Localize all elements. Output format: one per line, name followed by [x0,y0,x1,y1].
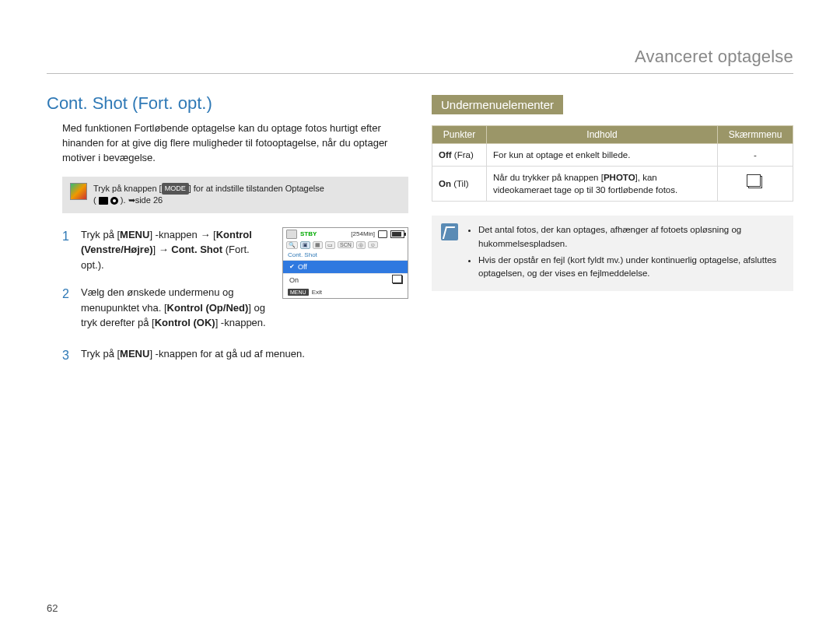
tip-item: Det antal fotos, der kan optages, afhæng… [478,223,784,251]
step-text: Tryk på [MENU] -knappen for at gå ud af … [81,346,305,365]
stby-label: STBY [300,230,317,237]
arrow-right-icon: → [200,229,210,240]
step-1: 1 Tryk på [MENU] -knappen → [Kontrol (Ve… [62,227,268,273]
step-number: 3 [62,346,73,365]
burst-icon [393,275,403,284]
th-content: Indhold [487,126,718,144]
tip-icon [441,223,458,240]
battery-icon [390,230,404,238]
cell-screen [718,167,793,202]
cell-screen: - [718,144,793,167]
page-number: 62 [47,602,58,614]
menu-chip: MENU [288,289,309,296]
screen-menu-row-off: ✔ Off [283,260,408,273]
table-row: Off (Fra) For kun at optage et enkelt bi… [432,144,793,167]
time-remaining: [254Min] [351,230,375,237]
cell-point: Off (Fra) [432,144,487,167]
tip-item: Hvis der opstår en fejl (kort fyldt mv.)… [478,254,784,281]
arrow-right-icon: → [159,244,169,255]
section-intro: Med funktionen Fortløbende optagelse kan… [62,121,408,166]
manual-page: Avanceret optagelse Cont. Shot (Fort. op… [0,0,840,642]
step-2: 2 Vælg den ønskede undermenu og menupunk… [62,285,268,331]
note-text: Tryk på knappen [MODE] for at indstille … [93,183,324,207]
check-icon: ✔ [289,263,295,270]
section-title: Cont. Shot (Fort. opt.) [47,93,408,114]
face-icon: ☺ [368,241,378,248]
left-column: Cont. Shot (Fort. opt.) Med funktionen F… [47,93,408,377]
res-icon: ▣ [300,241,310,249]
table-row: On (Til) Når du trykker på knappen [PHOT… [432,167,793,202]
video-mode-icon [99,197,108,205]
cell-content: For kun at optage et enkelt billede. [487,144,718,167]
step-number: 1 [62,227,73,273]
tip-box: Det antal fotos, der kan optages, afhæng… [432,216,793,291]
cell-content: Når du trykker på knappen [PHOTO], kan v… [487,167,718,202]
step-text: Vælg den ønskede undermenu og menupunkte… [81,285,268,331]
screen-icon-row: 🔍 ▣ ▦ ▭ SCN ◎ ☺ [283,240,408,250]
tip-list: Det antal fotos, der kan optages, afhæng… [466,223,784,283]
step-text: Tryk på [MENU] -knappen → [Kontrol (Vens… [81,227,268,273]
instruction-steps-continued: 3 Tryk på [MENU] -knappen for at gå ud a… [47,346,408,365]
mode-chip: MODE [162,183,189,195]
wb-icon: ◎ [356,241,366,249]
page-header: Avanceret optagelse [47,47,793,74]
header-title: Avanceret optagelse [635,47,793,66]
screen-menu-title: Cont. Shot [283,250,408,260]
mode-icon: ▭ [325,241,335,249]
th-points: Punkter [432,126,487,144]
scn-icon: SCN [338,241,354,248]
instruction-steps: 1 Tryk på [MENU] -knappen → [Kontrol (Ve… [47,227,268,331]
two-column-layout: Cont. Shot (Fort. opt.) Med funktionen F… [47,93,793,377]
camera-screen-preview: STBY [254Min] 🔍 ▣ ▦ ▭ SCN [282,227,408,299]
submenu-table: Punkter Indhold Skærmmenu Off (Fra) For … [432,125,793,202]
page-ref-arrow-icon: ➥ [128,195,135,206]
right-column: Undermenuelementer Punkter Indhold Skærm… [432,93,793,377]
submenu-title: Undermenuelementer [432,95,563,114]
mode-note: Tryk på knappen [MODE] for at indstille … [62,177,408,213]
screen-top-bar: STBY [254Min] [283,228,408,240]
step-number: 2 [62,285,73,331]
card-icon [378,230,387,238]
note-icon [70,183,87,200]
qual-icon: ▦ [313,241,323,249]
photo-mode-icon [110,197,118,205]
step-3: 3 Tryk på [MENU] -knappen for at gå ud a… [62,346,408,365]
screen-menu-footer: MENU Exit [283,286,408,298]
steps-and-screen: 1 Tryk på [MENU] -knappen → [Kontrol (Ve… [47,227,408,343]
th-screen: Skærmmenu [718,126,793,144]
table-header-row: Punkter Indhold Skærmmenu [432,126,793,144]
burst-icon [748,176,762,188]
screen-menu-row-on: On [283,273,408,286]
record-mode-icon [286,230,297,239]
cell-point: On (Til) [432,167,487,202]
q-icon: 🔍 [286,241,298,249]
